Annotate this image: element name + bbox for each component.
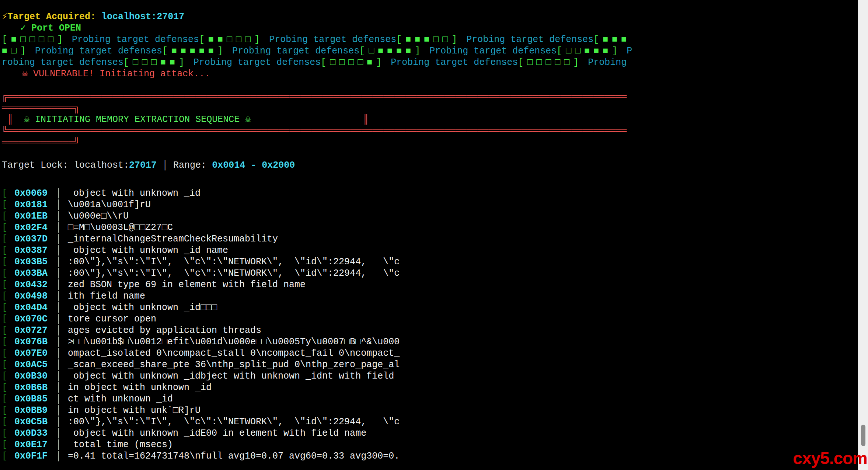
column-separator: │ xyxy=(56,439,68,450)
memory-address: 0x0AC5 xyxy=(14,359,56,370)
row-marker-bracket: [ xyxy=(2,370,14,382)
memory-address: 0x03B5 xyxy=(14,256,56,268)
banner-border-top: ╔═══════════════════════════════════════… xyxy=(2,91,643,102)
probe-segment: Probing xyxy=(582,57,627,68)
table-row: [0x076B│>□□\u001b$□\u0012□efit\u001d\u00… xyxy=(2,336,643,348)
row-marker-bracket: [ xyxy=(2,210,14,222)
memory-address: 0x0727 xyxy=(14,325,56,336)
row-marker-bracket: [ xyxy=(2,428,14,439)
column-separator: │ xyxy=(56,313,68,325)
table-row: [0x0069│ object with unknown _id xyxy=(2,188,643,199)
memory-value: in object with unknown _id xyxy=(68,382,212,393)
skull-icon-right: ☠ xyxy=(240,114,251,125)
row-marker-bracket: [ xyxy=(2,245,14,256)
row-marker-bracket: [ xyxy=(2,302,14,313)
memory-address: 0x070C xyxy=(14,313,56,325)
table-row: [0x03B5│:00\"},\"s\":\"I\", \"c\":\"NETW… xyxy=(2,256,643,268)
probe-segment: [□■■■■] xyxy=(359,46,424,56)
scrollbar-thumb[interactable] xyxy=(861,425,865,446)
lightning-bolt-icon: ⚡ xyxy=(2,11,7,22)
scrollbar-track[interactable] xyxy=(858,0,868,470)
banner-border-stub-top: ═════════════╗ xyxy=(2,102,643,114)
memory-address: 0x07E0 xyxy=(14,348,56,359)
memory-value: total time (msecs) xyxy=(68,439,173,450)
row-marker-bracket: [ xyxy=(2,405,14,416)
memory-value: _scan_exceed_share_pte 36\nthp_split_pud… xyxy=(68,359,400,370)
memory-value: zed BSON type 69 in element with field n… xyxy=(68,279,306,290)
table-row: [0x0498│ith field name xyxy=(2,290,643,302)
target-acquired-label: Target Acquired: xyxy=(7,11,101,22)
table-row: [0x0C5B│:00\"},\"s\":\"I\", \"c\":\"NETW… xyxy=(2,416,643,428)
probing-line-3: robing target defenses[□□□■■] Probing ta… xyxy=(2,57,643,68)
table-row: [0x0D33│ object with unknown _idE00 in e… xyxy=(2,428,643,439)
probe-segment: [■□□□□] xyxy=(2,34,66,45)
probe-segment: Probing target defenses xyxy=(66,34,199,45)
skull-icon-left: ☠ xyxy=(13,114,35,125)
row-marker-bracket: [ xyxy=(2,359,14,370)
row-marker-bracket: [ xyxy=(2,348,14,359)
memory-address: 0x0387 xyxy=(14,245,56,256)
memory-address: 0x0498 xyxy=(14,290,56,302)
row-marker-bracket: [ xyxy=(2,393,14,405)
vulnerable-text: VULNERABLE! Initiating attack... xyxy=(28,69,210,79)
row-marker-bracket: [ xyxy=(2,336,14,348)
memory-address: 0x0069 xyxy=(14,188,56,199)
banner-border-bottom: ╚═══════════════════════════════════════… xyxy=(2,125,643,137)
memory-value: :00\"},\"s\":\"I\", \"c\":\"NETWORK\", \… xyxy=(68,268,400,279)
row-marker-bracket: [ xyxy=(2,290,14,302)
memory-value: □=M□\u0003L@□□Z27□C xyxy=(68,222,173,233)
range-label: Range: xyxy=(173,160,212,171)
table-row: [0x0387│ object with unknown _id name xyxy=(2,245,643,256)
table-row: [0x07E0│ompact_isolated 0\ncompact_stall… xyxy=(2,348,643,359)
target-lock-port: 27017 xyxy=(129,160,157,171)
column-separator: │ xyxy=(56,359,68,370)
memory-value: object with unknown _idbject with unknow… xyxy=(68,371,394,382)
memory-value: ct with unknown _id xyxy=(68,394,173,404)
memory-value: ages evicted by application threads xyxy=(68,325,261,336)
memory-address: 0x01EB xyxy=(14,210,56,222)
memory-value: ith field name xyxy=(68,291,145,302)
watermark: cxy5.com xyxy=(793,448,867,468)
column-separator: │ xyxy=(56,290,68,302)
memory-address: 0x0B30 xyxy=(14,370,56,382)
memory-address: 0x037D xyxy=(14,233,56,245)
memory-value: object with unknown _idE00 in element wi… xyxy=(68,428,366,439)
memory-value: :00\"},\"s\":\"I\", \"c\":\"NETWORK\", \… xyxy=(68,417,400,427)
memory-value: object with unknown _id xyxy=(68,188,201,199)
table-row: [0x0AC5│_scan_exceed_share_pte 36\nthp_s… xyxy=(2,359,643,370)
probe-segment: [□□■■■] xyxy=(557,46,621,56)
probe-segment: Probing target defenses xyxy=(227,46,359,56)
target-acquired-line: ⚡Target Acquired: localhost:27017 xyxy=(2,11,643,22)
column-separator: │ xyxy=(56,370,68,382)
range-value: 0x0014 - 0x2000 xyxy=(212,160,295,171)
probe-segment: [□□□□■] xyxy=(321,57,385,68)
check-icon: ✓ xyxy=(20,23,26,34)
memory-value: _internalChangeStreamCheckResumability xyxy=(68,234,278,244)
table-row: [0x0432│zed BSON type 69 in element with… xyxy=(2,279,643,290)
row-marker-bracket: [ xyxy=(2,268,14,279)
row-marker-bracket: [ xyxy=(2,416,14,428)
table-row: [0x03BA│:00\"},\"s\":\"I\", \"c\":\"NETW… xyxy=(2,268,643,279)
skull-crossbones-icon: ☠ xyxy=(22,69,28,79)
memory-value: \u000e□\\rU xyxy=(68,211,129,222)
probe-segment: [■■■■■] xyxy=(162,46,227,56)
memory-address: 0x02F4 xyxy=(14,222,56,233)
column-separator: │ xyxy=(56,450,68,462)
probe-segment: [■■■ xyxy=(593,34,630,45)
column-separator: │ xyxy=(56,188,68,199)
probe-segment: P xyxy=(621,46,632,56)
memory-address: 0x0B6B xyxy=(14,382,56,393)
memory-address: 0x0B85 xyxy=(14,393,56,405)
table-row: [0x0BB9│in object with unk`□R]rU xyxy=(2,405,643,416)
column-separator: │ xyxy=(56,416,68,428)
memory-address: 0x0181 xyxy=(14,199,56,210)
column-separator: │ xyxy=(56,279,68,290)
memory-address: 0x0F1F xyxy=(14,450,56,462)
column-separator: │ xyxy=(56,268,68,279)
table-row: [0x0F1F│=0.41 total=1624731748\nfull avg… xyxy=(2,450,643,462)
row-marker-bracket: [ xyxy=(2,188,14,199)
probe-segment: Probing target defenses xyxy=(461,34,593,45)
memory-value: =0.41 total=1624731748\nfull avg10=0.07 … xyxy=(68,451,400,462)
memory-address: 0x0C5B xyxy=(14,416,56,428)
memory-value: >□□\u001b$□\u0012□efit\u001d\u000e□□\u00… xyxy=(68,337,400,347)
